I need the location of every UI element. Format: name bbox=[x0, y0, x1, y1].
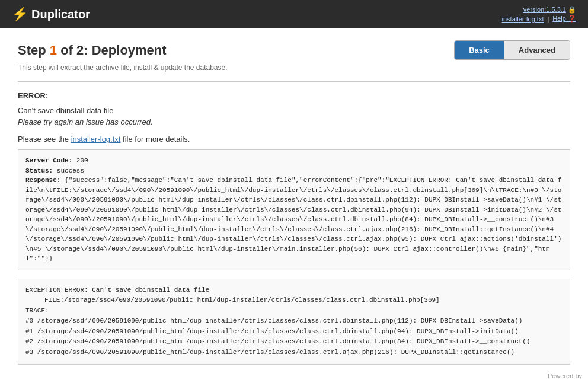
tab-basic[interactable]: Basic bbox=[455, 41, 504, 59]
response-line: Response: {"success":false,"message":"Ca… bbox=[25, 175, 563, 264]
trace-line-3: #3 /storage/ssd4/090/20591090/public_htm… bbox=[25, 347, 563, 358]
trace-line-2: #2 /storage/ssd4/090/20591090/public_htm… bbox=[25, 337, 563, 347]
log-file-link[interactable]: installer-log.txt bbox=[71, 135, 121, 143]
step-title-prefix: Step bbox=[18, 43, 50, 58]
help-label: Help bbox=[552, 15, 566, 22]
step-title-suffix: of 2: Deployment bbox=[57, 43, 167, 58]
exception-line: EXCEPTION ERROR: Can't save dbinstall da… bbox=[25, 285, 563, 296]
main-content: Step 1 of 2: Deployment Basic Advanced T… bbox=[0, 28, 588, 376]
version-link[interactable]: version:1.5.3.1 bbox=[523, 6, 566, 13]
help-link[interactable]: Help ❓ bbox=[552, 15, 576, 23]
bolt-icon: ⚡ bbox=[12, 7, 28, 22]
server-code-value: 200 bbox=[76, 157, 88, 164]
tab-group: Basic Advanced bbox=[454, 40, 570, 60]
logo-text: Duplicator bbox=[31, 8, 90, 21]
main-divider bbox=[18, 81, 570, 82]
error-message: Can't save dbinstall data file bbox=[18, 106, 570, 115]
code-box-2[interactable]: EXCEPTION ERROR: Can't save dbinstall da… bbox=[18, 279, 570, 365]
file-line: FILE:/storage/ssd4/090/20591090/public_h… bbox=[25, 295, 563, 306]
see-prefix: Please see the bbox=[18, 135, 71, 143]
step-header: Step 1 of 2: Deployment Basic Advanced bbox=[18, 40, 570, 60]
header-right: version:1.5.3.1 🔒 installer-log.txt | He… bbox=[502, 6, 576, 23]
see-suffix: file for more details. bbox=[120, 135, 190, 143]
step-number: 1 bbox=[50, 43, 57, 58]
trace-line-0: #0 /storage/ssd4/090/20591090/public_htm… bbox=[25, 316, 563, 327]
version-row: version:1.5.3.1 🔒 bbox=[523, 6, 576, 14]
separator: | bbox=[547, 15, 549, 23]
logo: ⚡ Duplicator bbox=[12, 7, 90, 22]
response-label: Response: bbox=[25, 177, 60, 184]
header: ⚡ Duplicator version:1.5.3.1 🔒 installer… bbox=[0, 0, 588, 28]
links-row: installer-log.txt | Help ❓ bbox=[502, 15, 576, 23]
tab-advanced[interactable]: Advanced bbox=[504, 41, 570, 59]
lock-icon: 🔒 bbox=[568, 6, 576, 13]
server-code-label: Server Code: bbox=[25, 157, 72, 164]
status-value: success bbox=[57, 167, 84, 174]
server-code-line: Server Code: 200 bbox=[25, 156, 563, 166]
powered-by: Powered by bbox=[548, 372, 582, 379]
response-value: {"success":false,"message":"Can't save d… bbox=[25, 177, 561, 262]
trace-line-1: #1 /storage/ssd4/090/20591090/public_htm… bbox=[25, 327, 563, 337]
installer-log-link[interactable]: installer-log.txt bbox=[502, 15, 544, 23]
error-italic-message: Please try again an issue has occurred. bbox=[18, 117, 570, 126]
code-box-1[interactable]: Server Code: 200 Status: success Respons… bbox=[18, 149, 570, 270]
help-icon: ❓ bbox=[568, 15, 576, 22]
step-title: Step 1 of 2: Deployment bbox=[18, 43, 167, 58]
error-label: ERROR: bbox=[18, 91, 570, 100]
trace-label: TRACE: bbox=[25, 306, 563, 317]
status-label: Status: bbox=[25, 167, 53, 174]
step-subtitle: This step will extract the archive file,… bbox=[18, 63, 570, 72]
error-see-log: Please see the installer-log.txt file fo… bbox=[18, 135, 570, 143]
status-line: Status: success bbox=[25, 166, 563, 176]
